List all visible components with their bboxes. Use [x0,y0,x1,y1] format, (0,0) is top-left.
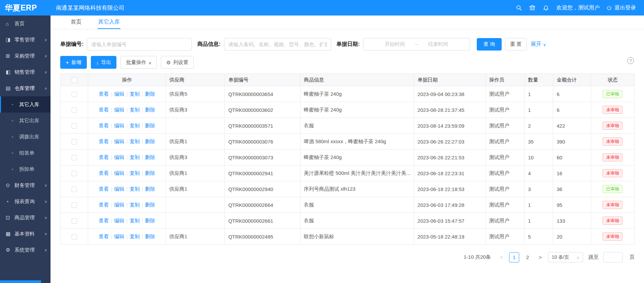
sidebar-item-other-outbound[interactable]: ▫其它出库 [0,113,50,129]
delete-link[interactable]: 删除 [145,138,155,144]
sidebar-scrollbar-thumb[interactable] [0,280,41,283]
select-all-checkbox[interactable] [72,77,77,83]
sidebar-item-transfer-outbound[interactable]: ▫调拨出库 [0,129,50,145]
sidebar-item-sales[interactable]: ◧销售管理∨ [0,64,50,80]
copy-link[interactable]: 复制 [130,91,140,97]
tab-other-inbound[interactable]: 其它入库 [98,15,120,29]
row-checkbox[interactable] [72,187,77,192]
tab-home[interactable]: 首页 [70,15,82,29]
delete-link[interactable]: 删除 [145,123,155,128]
copy-link[interactable]: 复制 [130,123,140,128]
export-button[interactable]: 导出 [91,56,117,69]
delete-link[interactable]: 删除 [145,202,155,208]
next-page-button[interactable] [536,252,545,262]
welcome-user-text[interactable]: 欢迎您，测试用户 [557,4,600,11]
edit-link[interactable]: 编辑 [114,123,124,128]
sidebar-item-purchase[interactable]: ⊞采购管理∨ [0,48,50,64]
copy-link[interactable]: 复制 [130,186,140,192]
view-link[interactable]: 查看 [99,154,109,160]
delete-link[interactable]: 删除 [145,186,155,192]
copy-link[interactable]: 复制 [130,233,140,239]
view-link[interactable]: 查看 [99,123,109,128]
sidebar-item-home[interactable]: ⌂首页 [0,15,50,32]
sidebar-item-assembly-order[interactable]: ▫组装单 [0,145,50,161]
copy-link[interactable]: 复制 [130,107,140,113]
bill-number-input[interactable] [87,38,192,51]
row-checkbox[interactable] [72,155,77,160]
column-settings-button[interactable]: 列设置 [161,56,193,69]
logout-button[interactable]: 退出登录 [606,4,636,11]
action-separator: | [142,123,143,128]
add-button[interactable]: 新增 [60,56,87,69]
row-actions-cell: 查看|编辑|复制|删除 [88,181,166,197]
delete-link[interactable]: 删除 [145,233,155,239]
bell-icon[interactable] [539,0,552,15]
sidebar-item-basic-data[interactable]: ▦基本资料∨ [0,226,50,242]
edit-link[interactable]: 编辑 [114,154,124,160]
view-link[interactable]: 查看 [99,91,109,97]
action-separator: | [142,170,143,176]
search-icon[interactable] [512,0,526,15]
view-link[interactable]: 查看 [99,202,109,208]
row-checkbox[interactable] [72,107,77,113]
view-link[interactable]: 查看 [99,170,109,176]
sidebar-item-finance[interactable]: ⊙财务管理∨ [0,177,50,193]
delete-link[interactable]: 删除 [145,170,155,176]
view-link[interactable]: 查看 [99,107,109,113]
view-link[interactable]: 查看 [99,138,109,144]
delete-link[interactable]: 删除 [145,218,155,223]
bank-icon[interactable] [526,0,539,15]
sidebar-item-warehouse[interactable]: ▤仓库管理∧ [0,80,50,96]
page-size-select[interactable]: 10 条/页 [548,252,583,262]
goods-info-input[interactable] [224,38,331,51]
delete-link[interactable]: 删除 [145,107,155,113]
cell-amount: 16 [553,165,591,181]
help-icon[interactable] [627,57,634,64]
view-link[interactable]: 查看 [99,218,109,223]
jump-page-input[interactable] [603,252,623,262]
row-checkbox[interactable] [72,123,77,129]
app-logo[interactable]: 华夏ERP [0,3,50,13]
expand-filters-link[interactable]: 展开 [531,41,546,48]
delete-link[interactable]: 删除 [145,91,155,97]
view-link[interactable]: 查看 [99,186,109,192]
view-link[interactable]: 查看 [99,233,109,239]
edit-link[interactable]: 编辑 [114,170,124,176]
row-checkbox[interactable] [72,139,77,145]
edit-link[interactable]: 编辑 [114,138,124,144]
edit-link[interactable]: 编辑 [114,218,124,223]
page-1-button[interactable]: 1 [509,252,519,262]
edit-link[interactable]: 编辑 [114,233,124,239]
cell-qty: 10 [525,150,553,165]
sidebar-item-other-inbound[interactable]: ▫其它入库 [0,96,50,113]
sidebar-item-system[interactable]: ⚙系统管理∨ [0,242,50,258]
prev-page-button[interactable] [497,252,506,262]
copy-link[interactable]: 复制 [130,154,140,160]
edit-link[interactable]: 编辑 [114,107,124,113]
delete-link[interactable]: 删除 [145,154,155,160]
cell-bill_no: QTRK00000002485 [225,229,300,245]
sidebar-item-disassembly-order[interactable]: ▫拆卸单 [0,161,50,177]
row-checkbox[interactable] [72,171,77,176]
edit-link[interactable]: 编辑 [114,186,124,192]
date-range-picker[interactable]: 开始时间 ~ 结束时间 [363,38,470,51]
copy-link[interactable]: 复制 [130,170,140,176]
cell-qty: 2 [525,118,553,134]
sidebar-item-retail[interactable]: ◨零售管理∨ [0,32,50,48]
sidebar-item-goods[interactable]: ⊡商品管理∨ [0,210,50,226]
page-2-button[interactable]: 2 [523,252,533,262]
copy-link[interactable]: 复制 [130,138,140,144]
row-checkbox[interactable] [72,92,77,97]
edit-link[interactable]: 编辑 [114,91,124,97]
row-checkbox[interactable] [72,234,77,240]
sidebar-item-report[interactable]: ◔报表查询∨ [0,193,50,210]
search-button[interactable]: 查 询 [477,38,502,51]
reset-button[interactable]: 重 置 [505,38,527,51]
main-content: 首页其它入库 单据编号: 商品信息: 单据日期: 开始时间 ~ 结束时间 查 询… [50,15,644,283]
row-checkbox[interactable] [72,218,77,224]
copy-link[interactable]: 复制 [130,218,140,223]
batch-actions-button[interactable]: 批量操作 [120,56,157,69]
row-checkbox[interactable] [72,202,77,208]
copy-link[interactable]: 复制 [130,202,140,208]
edit-link[interactable]: 编辑 [114,202,124,208]
